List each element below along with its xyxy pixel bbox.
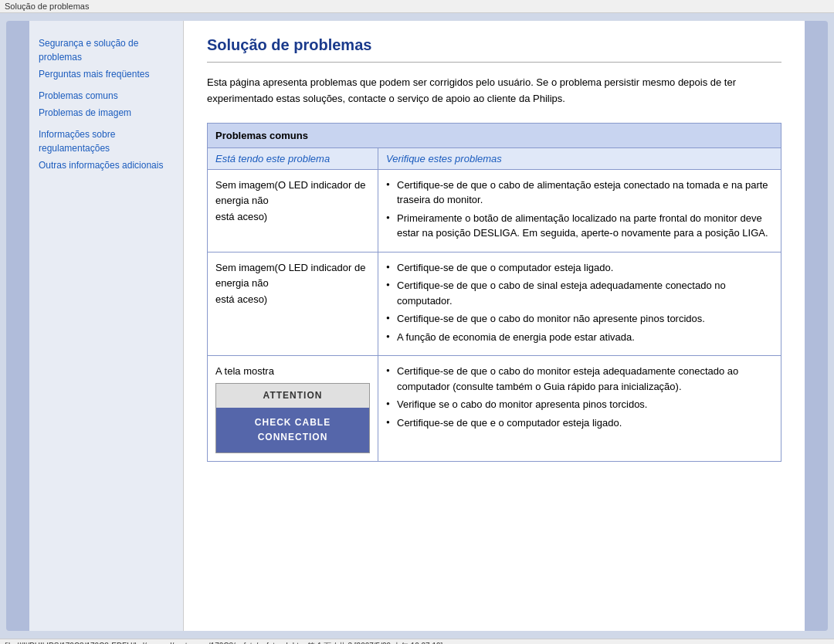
status-bar: file:///I|/PHILIPS/170C8/170C8-EDFU/lcd/… <box>0 639 834 644</box>
col1-header: Está tendo este problema <box>208 147 378 169</box>
problems-table: Problemas comuns Está tendo este problem… <box>207 123 781 463</box>
content-area: Solução de problemas Esta página apresen… <box>184 21 805 631</box>
sidebar: Segurança e solução deproblemas Pergunta… <box>29 21 184 631</box>
intro-text: Esta página apresenta problemas que pode… <box>207 75 781 107</box>
left-accent-bar <box>6 21 29 631</box>
attention-box: ATTENTION CHECK CABLE CONNECTION <box>215 383 370 454</box>
list-item: Verifique se o cabo do monitor apresenta… <box>386 397 773 412</box>
sidebar-item-image-problems[interactable]: Problemas de imagem <box>39 106 174 120</box>
list-item: Primeiramente o botão de alimentação loc… <box>386 211 773 241</box>
problem-cell-1: Sem imagem(O LED indicador de energia nã… <box>208 169 378 252</box>
table-row: Sem imagem(O LED indicador de energia nã… <box>208 169 781 252</box>
attention-top-label: ATTENTION <box>216 384 369 408</box>
table-row: A tela mostra ATTENTION CHECK CABLE CONN… <box>208 356 781 462</box>
sidebar-group-3: Informações sobreregulamentações Outras … <box>39 127 174 172</box>
sidebar-item-safety[interactable]: Segurança e solução deproblemas <box>39 36 174 64</box>
list-item: Certifique-se de que o computador esteja… <box>386 260 773 276</box>
table-column-header-row: Está tendo este problema Verifique estes… <box>208 147 781 169</box>
right-accent-bar <box>805 21 828 631</box>
list-item: Certifique-se de que o cabo do monitor n… <box>386 311 773 327</box>
attention-bottom-label: CHECK CABLE CONNECTION <box>216 408 369 452</box>
sidebar-item-faq[interactable]: Perguntas mais freqüentes <box>39 67 174 81</box>
problem-label-3: A tela mostra <box>215 365 274 377</box>
sidebar-item-regulations[interactable]: Informações sobreregulamentações <box>39 127 174 155</box>
problem-cell-3: A tela mostra ATTENTION CHECK CABLE CONN… <box>208 356 378 462</box>
sidebar-item-common-problems[interactable]: Problemas comuns <box>39 89 174 103</box>
sidebar-item-other-info[interactable]: Outras informações adicionais <box>39 158 174 172</box>
list-item: Certifique-se de que e o computador este… <box>386 415 773 431</box>
table-section-header: Problemas comuns <box>208 123 781 147</box>
page-title: Solução de problemas <box>207 36 781 54</box>
list-item: Certifique-se de que o cabo de sinal est… <box>386 278 773 308</box>
solution-cell-1: Certifique-se de que o cabo de alimentaç… <box>378 169 781 252</box>
table-row: Sem imagem(O LED indicador de energia nã… <box>208 252 781 356</box>
list-item: A função de economia de energia pode est… <box>386 330 773 345</box>
solution-cell-2: Certifique-se de que o computador esteja… <box>378 252 781 356</box>
sidebar-group-2: Problemas comuns Problemas de imagem <box>39 89 174 120</box>
title-bar: Solução de problemas <box>0 0 834 13</box>
solution-cell-3: Certifique-se de que o cabo do monitor e… <box>378 356 781 462</box>
title-divider <box>207 62 781 63</box>
list-item: Certifique-se de que o cabo de alimentaç… <box>386 178 773 208</box>
col2-header: Verifique estes problemas <box>378 147 781 169</box>
table-section-header-row: Problemas comuns <box>208 123 781 147</box>
title-bar-text: Solução de problemas <box>5 2 89 11</box>
problem-cell-2: Sem imagem(O LED indicador de energia nã… <box>208 252 378 356</box>
sidebar-group-1: Segurança e solução deproblemas Pergunta… <box>39 36 174 81</box>
list-item: Certifique-se de que o cabo do monitor e… <box>386 364 773 394</box>
